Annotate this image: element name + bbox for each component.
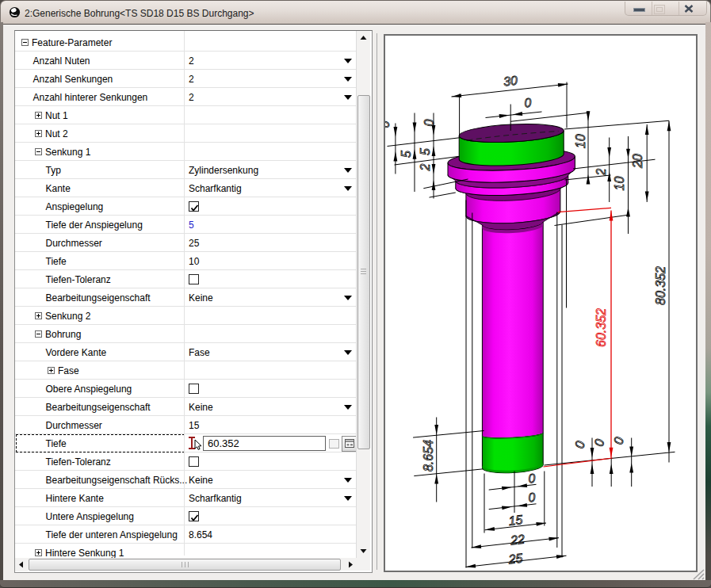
- svg-text:0: 0: [591, 437, 606, 447]
- svg-text:0: 0: [572, 440, 587, 449]
- svg-text:22: 22: [509, 532, 526, 547]
- svg-text:5: 5: [418, 147, 431, 155]
- svg-text:2: 2: [594, 168, 607, 176]
- svg-text:2: 2: [418, 163, 431, 171]
- svg-text:0: 0: [611, 436, 625, 445]
- svg-text:8.654: 8.654: [421, 439, 434, 471]
- svg-text:0: 0: [527, 471, 536, 485]
- svg-text:20: 20: [631, 154, 644, 169]
- svg-text:10: 10: [613, 176, 626, 190]
- svg-text:10: 10: [574, 134, 587, 148]
- svg-text:0: 0: [523, 95, 532, 109]
- svg-text:15: 15: [507, 513, 523, 528]
- svg-text:0: 0: [527, 490, 536, 504]
- svg-text:0: 0: [385, 120, 392, 128]
- svg-text:60.352: 60.352: [594, 307, 608, 346]
- svg-text:25: 25: [506, 551, 523, 566]
- svg-text:80.352: 80.352: [654, 265, 667, 304]
- svg-text:30: 30: [503, 73, 518, 88]
- svg-text:0: 0: [422, 119, 435, 126]
- svg-text:5: 5: [399, 150, 412, 157]
